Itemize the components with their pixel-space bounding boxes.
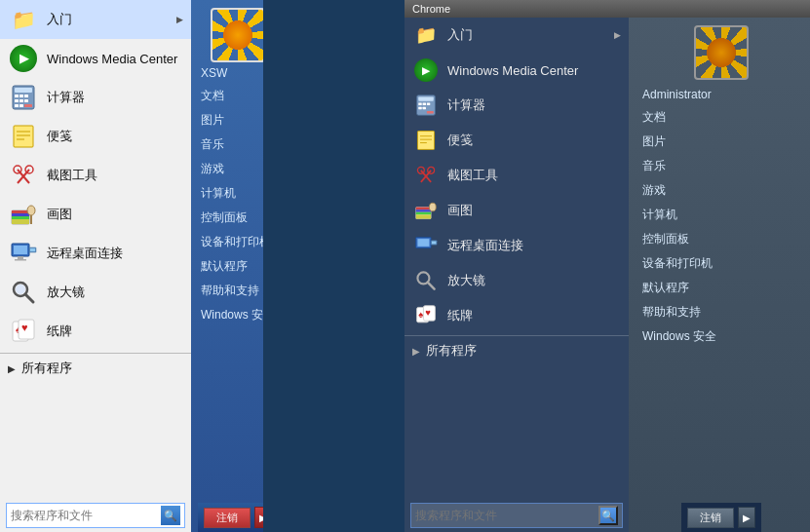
left-avatar <box>211 8 263 62</box>
left-right-menu-items: XSW 文档 图片 音乐 游戏 计算机 控制面板 设备和打印机 默认程序 帮助和… <box>191 62 263 327</box>
right-app-item-magnify[interactable]: 放大镜 <box>405 263 629 298</box>
left-app-item-solitaire[interactable]: ♠ ♥ 纸牌 <box>0 312 191 351</box>
left-search-input[interactable] <box>11 509 157 522</box>
right-side-item-doc[interactable]: 文档 <box>629 105 810 130</box>
folder-icon: 📁 <box>8 4 39 35</box>
left-app-item-rdp[interactable]: 远程桌面连接 <box>0 234 191 273</box>
right-shutdown-button[interactable]: 注销 <box>687 508 734 528</box>
left-divider <box>0 353 191 354</box>
svg-rect-7 <box>24 99 28 102</box>
right-side-item-computer[interactable]: 计算机 <box>629 203 810 227</box>
left-right-item-doc[interactable]: 文档 <box>191 84 263 108</box>
right-app-item-solitaire[interactable]: ♠ ♥ 纸牌 <box>405 298 629 333</box>
right-search-button[interactable]: 🔍 <box>598 506 618 525</box>
right-side-item-help[interactable]: 帮助和支持 <box>629 300 810 324</box>
right-app-label-rumen: 入门 <box>447 26 606 44</box>
right-search-input[interactable] <box>415 509 595 522</box>
svg-rect-23 <box>12 219 29 224</box>
right-side-panel: Administrator 文档 图片 音乐 游戏 计算机 控制面板 设备和打印… <box>629 18 810 532</box>
svg-rect-43 <box>427 102 430 105</box>
right-app-item-wmc[interactable]: ▶ Windows Media Center <box>405 53 629 88</box>
left-all-programs[interactable]: 所有程序 <box>0 356 191 381</box>
left-right-item-help[interactable]: 帮助和支持 <box>191 279 263 303</box>
left-search-button[interactable]: 🔍 <box>161 506 180 525</box>
left-app-label-calc: 计算器 <box>47 89 85 106</box>
right-shutdown-arrow[interactable]: ▶ <box>738 507 755 528</box>
right-paint-icon <box>412 197 440 224</box>
right-app-label-calc: 计算器 <box>447 96 485 114</box>
svg-rect-6 <box>19 99 23 102</box>
left-right-item-default[interactable]: 默认程序 <box>191 254 263 279</box>
right-all-programs[interactable]: 所有程序 <box>405 338 629 363</box>
left-right-item-pic[interactable]: 图片 <box>191 108 263 133</box>
left-app-item-snip[interactable]: 截图工具 <box>0 156 191 195</box>
right-app-item-notepad[interactable]: 便笺 <box>405 123 629 158</box>
left-right-panel: XSW 文档 图片 音乐 游戏 计算机 控制面板 设备和打印机 默认程序 帮助和… <box>191 0 263 532</box>
svg-rect-31 <box>30 248 35 251</box>
left-app-item-calc[interactable]: 计算器 <box>0 78 191 117</box>
left-app-label-magnify: 放大镜 <box>47 284 85 301</box>
solitaire-icon: ♠ ♥ <box>8 316 39 347</box>
svg-rect-59 <box>416 214 431 218</box>
svg-rect-1 <box>15 88 32 93</box>
svg-rect-5 <box>15 99 19 102</box>
right-app-label-magnify: 放大镜 <box>447 272 485 289</box>
left-right-item-music[interactable]: 音乐 <box>191 133 263 157</box>
left-shutdown-button[interactable]: 注销 <box>204 508 251 528</box>
left-right-item-computer[interactable]: 计算机 <box>191 181 263 206</box>
right-side-item-device[interactable]: 设备和打印机 <box>629 251 810 276</box>
right-title-bar: Chrome <box>405 0 810 18</box>
right-side-item-panel[interactable]: 控制面板 <box>629 227 810 251</box>
right-start-menu: Chrome 📁 入门 ▶ Windows Media Center <box>405 0 810 532</box>
svg-line-66 <box>428 283 435 289</box>
right-side-item-pic[interactable]: 图片 <box>629 130 810 154</box>
right-side-item-default[interactable]: 默认程序 <box>629 276 810 300</box>
svg-rect-29 <box>15 259 26 261</box>
svg-rect-41 <box>418 102 421 105</box>
right-side-items: Administrator 文档 图片 音乐 游戏 计算机 控制面板 设备和打印… <box>629 84 810 349</box>
left-right-item-security[interactable]: Windows 安全 <box>191 303 263 327</box>
right-app-item-calc[interactable]: 计算器 <box>405 88 629 123</box>
left-app-label-paint: 画图 <box>47 206 72 223</box>
left-app-item-rumen[interactable]: 📁 入门 <box>0 0 191 39</box>
right-side-item-admin[interactable]: Administrator <box>629 84 810 105</box>
svg-rect-2 <box>15 95 19 97</box>
svg-rect-42 <box>423 102 426 105</box>
svg-line-33 <box>25 294 33 302</box>
left-search-bar: 🔍 <box>6 503 185 528</box>
left-right-item-game[interactable]: 游戏 <box>191 157 263 181</box>
left-app-label-rdp: 远程桌面连接 <box>47 245 123 262</box>
svg-rect-58 <box>416 212 431 215</box>
left-app-item-paint[interactable]: 画图 <box>0 195 191 234</box>
left-right-item-device[interactable]: 设备和打印机 <box>191 230 263 254</box>
left-apps-panel: 📁 入门 ▶ Windows Media Center <box>0 0 191 532</box>
svg-point-60 <box>429 203 436 211</box>
svg-rect-22 <box>12 216 29 219</box>
svg-rect-10 <box>24 104 32 107</box>
svg-text:♥: ♥ <box>425 307 431 318</box>
left-app-item-notepad[interactable]: 便笺 <box>0 117 191 156</box>
right-side-item-security[interactable]: Windows 安全 <box>629 324 810 349</box>
left-right-item-panel[interactable]: 控制面板 <box>191 206 263 230</box>
left-app-item-magnify[interactable]: 放大镜 <box>0 273 191 312</box>
svg-text:♠: ♠ <box>418 309 423 320</box>
right-app-label-paint: 画图 <box>447 202 473 219</box>
left-right-item-xsw[interactable]: XSW <box>191 62 263 84</box>
left-app-item-wmc[interactable]: ▶ Windows Media Center <box>0 39 191 78</box>
right-side-item-music[interactable]: 音乐 <box>629 154 810 178</box>
left-shutdown-arrow[interactable]: ▶ <box>254 507 263 528</box>
left-app-label-wmc: Windows Media Center <box>47 52 177 66</box>
right-side-item-game[interactable]: 游戏 <box>629 178 810 203</box>
svg-rect-46 <box>427 111 434 114</box>
svg-rect-64 <box>432 242 436 245</box>
right-wmc-icon: ▶ <box>412 57 440 84</box>
right-app-item-paint[interactable]: 画图 <box>405 193 629 228</box>
right-app-item-snip[interactable]: 截图工具 <box>405 158 629 193</box>
right-app-label-notepad: 便笺 <box>447 132 473 149</box>
right-app-item-rdp[interactable]: 远程桌面连接 <box>405 228 629 263</box>
right-app-item-rumen[interactable]: 📁 入门 <box>405 18 629 53</box>
svg-rect-8 <box>15 104 19 107</box>
right-app-label-snip: 截图工具 <box>447 167 498 184</box>
left-start-menu: 📁 入门 ▶ Windows Media Center <box>0 0 263 532</box>
right-app-label-rdp: 远程桌面连接 <box>447 237 523 254</box>
